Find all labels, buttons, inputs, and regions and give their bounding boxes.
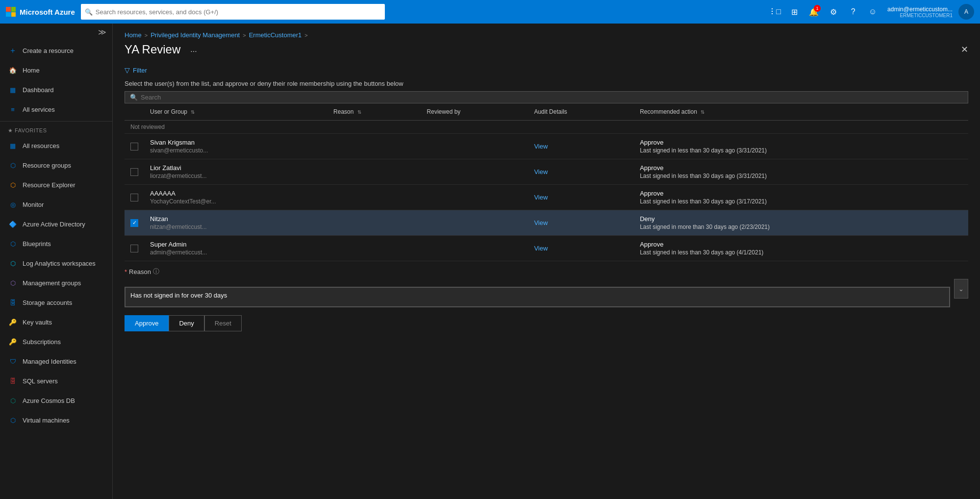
plus-icon: ＋ (8, 46, 18, 55)
review-table: User or Group ⇅ Reason ⇅ Reviewed by Aud… (125, 103, 968, 261)
action-sub-label: Last signed in less than 30 days ago (3/… (640, 198, 962, 205)
feedback-button[interactable]: ☺ (864, 3, 881, 21)
audit-details-cell[interactable]: View (528, 134, 634, 159)
sidebar-item-key-vaults[interactable]: 🔑 Key vaults (0, 312, 112, 332)
close-panel-button[interactable]: ✕ (961, 44, 968, 55)
reset-button[interactable]: Reset (204, 315, 242, 331)
row-checkbox-cell[interactable] (125, 210, 144, 236)
row-checkbox-cell[interactable] (125, 236, 144, 261)
audit-details-cell[interactable]: View (528, 236, 634, 261)
sidebar-item-storage-accounts[interactable]: 🗄 Storage accounts (0, 293, 112, 312)
view-audit-button[interactable]: View (534, 194, 548, 201)
sidebar-item-sql-servers[interactable]: 🗄 SQL servers (0, 371, 112, 391)
sidebar-item-blueprints[interactable]: ⬡ Blueprints (0, 234, 112, 253)
notifications-button[interactable]: 🔔 1 (805, 3, 823, 21)
audit-details-cell[interactable]: View (528, 159, 634, 185)
ellipsis-menu-button[interactable]: ... (186, 43, 201, 56)
deny-button[interactable]: Deny (169, 315, 204, 331)
help-button[interactable]: ? (844, 3, 862, 21)
avatar[interactable]: A (958, 4, 974, 20)
view-audit-button[interactable]: View (534, 245, 548, 252)
row-checkbox-cell[interactable] (125, 134, 144, 159)
sidebar-item-label: Management groups (23, 279, 81, 287)
search-bar[interactable]: 🔍 (125, 91, 968, 103)
breadcrumb: Home > Privileged Identity Management > … (113, 24, 980, 39)
sidebar: ≫ ＋ Create a resource 🏠 Home ▦ Dashboard… (0, 24, 113, 499)
sidebar-item-label: All resources (23, 142, 59, 150)
sidebar-item-subscriptions[interactable]: 🔑 Subscriptions (0, 332, 112, 351)
th-recommended-action: Recommended action ⇅ (634, 103, 968, 121)
collapse-sidebar-button[interactable]: ≫ (98, 27, 106, 37)
row-checkbox[interactable] (130, 245, 138, 252)
sort-icon[interactable]: ⇅ (191, 109, 195, 115)
user-email: nitzan@ermeticcust... (150, 224, 322, 230)
action-sub-label: Last signed in less than 30 days ago (4/… (640, 249, 962, 256)
sidebar-item-resource-groups[interactable]: ⬡ Resource groups (0, 155, 112, 175)
sidebar-item-management-groups[interactable]: ⬡ Management groups (0, 273, 112, 293)
sidebar-item-home[interactable]: 🏠 Home (0, 60, 112, 80)
table-row: Super Admin admin@ermeticcust... View Ap… (125, 236, 968, 261)
sidebar-item-log-analytics[interactable]: ⬡ Log Analytics workspaces (0, 253, 112, 273)
action-label: Approve (640, 241, 962, 248)
view-audit-button[interactable]: View (534, 143, 548, 150)
action-cell: Deny Last signed in more than 30 days ag… (634, 210, 968, 236)
sidebar-item-label: Home (23, 67, 40, 74)
sidebar-item-resource-explorer[interactable]: ⬡ Resource Explorer (0, 175, 112, 195)
instruction-text: Select the user(s) from the list, and ap… (125, 80, 968, 87)
row-checkbox[interactable] (130, 168, 138, 176)
sidebar-item-all-resources[interactable]: ▦ All resources (0, 136, 112, 155)
topbar: Microsoft Azure 🔍 ︙□ ⊞ 🔔 1 ⚙ ? ☺ admin@e… (0, 0, 980, 24)
favorites-section-label: ★ FAVORITES (0, 124, 112, 136)
settings-button[interactable]: ⚙ (825, 3, 842, 21)
sidebar-item-dashboard[interactable]: ▦ Dashboard (0, 80, 112, 100)
user-email: sivan@ermeticcusto... (150, 147, 322, 154)
sidebar-item-monitor[interactable]: ◎ Monitor (0, 195, 112, 214)
sidebar-item-managed-identities[interactable]: 🛡 Managed Identities (0, 351, 112, 371)
search-icon: 🔍 (130, 94, 138, 101)
global-search[interactable]: 🔍 (81, 4, 385, 20)
sidebar-item-label: Resource groups (23, 162, 71, 169)
resource-groups-icon: ⬡ (8, 160, 18, 170)
view-audit-button[interactable]: View (534, 219, 548, 226)
search-input[interactable] (141, 94, 963, 101)
audit-details-cell[interactable]: View (528, 185, 634, 210)
user-name: AAAAAA (150, 190, 322, 197)
breadcrumb-home[interactable]: Home (125, 31, 142, 39)
sidebar-item-label: Dashboard (23, 86, 54, 94)
approve-button[interactable]: Approve (125, 315, 169, 331)
reason-textarea[interactable]: Has not signed in for over 30 days (125, 287, 950, 307)
review-panel: ▽ Filter Select the user(s) from the lis… (113, 62, 980, 499)
sidebar-item-virtual-machines[interactable]: ⬡ Virtual machines (0, 410, 112, 430)
search-input[interactable] (96, 8, 381, 16)
sidebar-item-all-services[interactable]: ≡ All services (0, 100, 112, 119)
sidebar-item-cosmos-db[interactable]: ⬡ Azure Cosmos DB (0, 391, 112, 410)
sort-icon[interactable]: ⇅ (701, 109, 704, 115)
user-cell: Lior Zatlavi liorzat@ermeticcust... (144, 159, 327, 185)
view-audit-button[interactable]: View (534, 168, 548, 175)
row-checkbox-cell[interactable] (125, 159, 144, 185)
audit-details-cell[interactable]: View (528, 210, 634, 236)
sort-icon[interactable]: ⇅ (357, 109, 361, 115)
sidebar-item-label: Azure Active Directory (23, 221, 85, 228)
sidebar-item-azure-ad[interactable]: 🔷 Azure Active Directory (0, 214, 112, 234)
reason-dropdown-button[interactable]: ⌄ (954, 279, 968, 299)
th-reviewed-by: Reviewed by (421, 103, 528, 121)
sidebar-item-label: Storage accounts (23, 299, 72, 306)
reviewed-by-cell (421, 236, 528, 261)
row-checkbox[interactable] (130, 219, 138, 227)
action-label: Approve (640, 190, 962, 197)
sidebar-item-create-resource[interactable]: ＋ Create a resource (0, 41, 112, 60)
managed-identities-icon: 🛡 (8, 356, 18, 366)
row-checkbox[interactable] (130, 194, 138, 201)
action-label: Approve (640, 139, 962, 146)
th-reason: Reason ⇅ (327, 103, 421, 121)
directory-icon: ⊞ (791, 7, 798, 17)
filter-button[interactable]: ▽ Filter (125, 66, 147, 74)
breadcrumb-pim[interactable]: Privileged Identity Management (151, 31, 240, 39)
storage-accounts-icon: 🗄 (8, 298, 18, 307)
row-checkbox[interactable] (130, 143, 138, 150)
directory-button[interactable]: ⊞ (785, 3, 803, 21)
table-row: Sivan Krigsman sivan@ermeticcusto... Vie… (125, 134, 968, 159)
row-checkbox-cell[interactable] (125, 185, 144, 210)
cloud-shell-button[interactable]: ︙□ (766, 3, 783, 21)
